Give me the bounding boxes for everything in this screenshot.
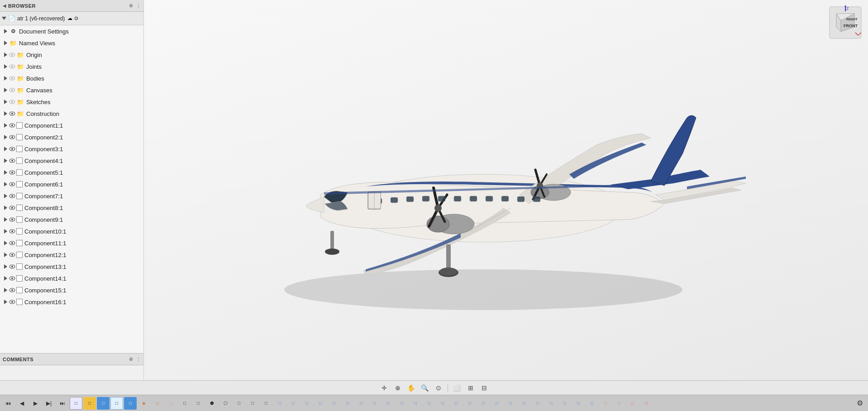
tree-item-sketches[interactable]: 📁 Sketches <box>0 96 143 108</box>
tree-item-component6[interactable]: Component6:1 <box>0 178 143 190</box>
tool-btn-15[interactable]: □ <box>260 397 272 410</box>
tool-btn-38[interactable]: □ <box>572 397 585 410</box>
tool-btn-21[interactable]: □ <box>341 397 354 410</box>
tree-item-origin[interactable]: 📁 Origin <box>0 49 143 61</box>
arrow-bodies[interactable] <box>2 75 9 82</box>
arrow-component6[interactable] <box>2 181 9 188</box>
arrow-component12[interactable] <box>2 251 9 258</box>
arrow-named-views[interactable] <box>2 39 9 47</box>
tree-item-canvases[interactable]: 📁 Canvases <box>0 84 143 96</box>
view-cube[interactable]: FRONT RIGHT Z <box>827 5 863 41</box>
arrow-canvases[interactable] <box>2 86 9 94</box>
arrow-component15[interactable] <box>2 287 9 294</box>
tree-item-construction[interactable]: 📁 Construction <box>0 108 143 119</box>
tree-item-component5[interactable]: Component5:1 <box>0 167 143 178</box>
browser-drag-handle[interactable]: ⋮ <box>136 3 141 8</box>
hand-btn[interactable]: ✋ <box>405 382 417 394</box>
tool-btn-30[interactable]: □ <box>463 397 476 410</box>
environment-btn[interactable]: ⊟ <box>478 382 490 394</box>
display-mode-btn[interactable]: ⬜ <box>451 382 463 394</box>
tool-btn-11[interactable]: ⬟ <box>205 397 218 410</box>
arrow-component5[interactable] <box>2 169 9 176</box>
tool-btn-35[interactable]: □ <box>531 397 544 410</box>
tool-btn-19[interactable]: □ <box>314 397 327 410</box>
arrow-component4[interactable] <box>2 157 9 164</box>
tool-btn-5[interactable]: □ <box>124 397 137 410</box>
tool-btn-17[interactable]: □ <box>287 397 300 410</box>
tool-btn-8[interactable]: □ <box>165 397 177 410</box>
tool-btn-13[interactable]: □ <box>233 397 245 410</box>
tool-btn-23[interactable]: □ <box>368 397 381 410</box>
tree-item-document-settings[interactable]: ⚙ Document Settings <box>0 25 143 37</box>
arrow-component11[interactable] <box>2 239 9 247</box>
tree-item-component10[interactable]: Component10:1 <box>0 225 143 237</box>
tree-item-component8[interactable]: Component8:1 <box>0 202 143 214</box>
tool-btn-32[interactable]: □ <box>491 397 503 410</box>
tool-btn-40[interactable]: □ <box>599 397 612 410</box>
tree-item-component12[interactable]: Component12:1 <box>0 249 143 261</box>
tool-btn-36[interactable]: □ <box>545 397 558 410</box>
tool-btn-27[interactable]: □ <box>423 397 435 410</box>
pan-btn[interactable]: ⊕ <box>392 382 404 394</box>
gear-settings-btn[interactable]: ⚙ <box>854 397 866 410</box>
arrow-component16[interactable] <box>2 298 9 306</box>
tool-btn-28[interactable]: □ <box>436 397 449 410</box>
nav-play-btn[interactable]: ▶ <box>29 397 42 410</box>
comments-settings-icon[interactable]: ⚙ <box>127 356 134 363</box>
tool-btn-42[interactable]: □ <box>626 397 639 410</box>
arrow-component1[interactable] <box>2 122 9 129</box>
tool-btn-2[interactable]: □ <box>83 397 96 410</box>
tool-btn-12[interactable]: ⬠ <box>219 397 232 410</box>
tool-btn-10[interactable]: □ <box>192 397 205 410</box>
viewport[interactable]: FRONT RIGHT Z <box>144 0 868 380</box>
tree-item-component1[interactable]: Component1:1 <box>0 119 143 131</box>
zoom-in-btn[interactable]: 🔍 <box>419 382 431 394</box>
tree-item-bodies[interactable]: 📁 Bodies <box>0 72 143 84</box>
tree-item-joints[interactable]: 📁 Joints <box>0 61 143 72</box>
tool-btn-20[interactable]: □ <box>328 397 340 410</box>
tree-item-component4[interactable]: Component4:1 <box>0 155 143 167</box>
tool-btn-34[interactable]: □ <box>518 397 530 410</box>
arrow-component9[interactable] <box>2 216 9 223</box>
tool-btn-9[interactable]: □ <box>178 397 191 410</box>
root-expand-arrow[interactable] <box>2 17 6 20</box>
tree-item-component7[interactable]: Component7:1 <box>0 190 143 202</box>
tool-btn-26[interactable]: □ <box>409 397 422 410</box>
collapse-arrow[interactable]: ◀ <box>3 3 6 8</box>
comments-drag-handle[interactable]: ⋮ <box>136 357 141 362</box>
tree-item-named-views[interactable]: 📁 Named Views <box>0 37 143 49</box>
tree-item-component13[interactable]: Component13:1 <box>0 261 143 272</box>
tool-btn-1[interactable]: □ <box>70 397 82 410</box>
tool-btn-43[interactable]: □ <box>640 397 653 410</box>
tool-btn-31[interactable]: □ <box>477 397 490 410</box>
tree-item-component3[interactable]: Component3:1 <box>0 143 143 155</box>
orbit-btn[interactable]: ✛ <box>378 382 390 394</box>
arrow-component13[interactable] <box>2 263 9 270</box>
tool-btn-37[interactable]: □ <box>558 397 571 410</box>
tree-item-component11[interactable]: Component11:1 <box>0 237 143 249</box>
tool-btn-18[interactable]: □ <box>300 397 313 410</box>
arrow-component14[interactable] <box>2 275 9 282</box>
tool-btn-39[interactable]: □ <box>586 397 598 410</box>
arrow-component10[interactable] <box>2 228 9 235</box>
tool-btn-33[interactable]: □ <box>504 397 517 410</box>
grid-btn[interactable]: ⊞ <box>465 382 477 394</box>
nav-prev-btn[interactable]: ◀ <box>15 397 28 410</box>
arrow-component7[interactable] <box>2 192 9 200</box>
nav-last-btn[interactable]: ⏭ <box>56 397 69 410</box>
tree-item-component9[interactable]: Component9:1 <box>0 214 143 225</box>
nav-first-btn[interactable]: ⏮ <box>2 397 14 410</box>
tree-item-component14[interactable]: Component14:1 <box>0 272 143 284</box>
arrow-component3[interactable] <box>2 145 9 153</box>
tool-btn-14[interactable]: □ <box>246 397 259 410</box>
browser-settings-icon[interactable]: ⚙ <box>127 2 134 10</box>
arrow-component2[interactable] <box>2 134 9 141</box>
tool-btn-24[interactable]: □ <box>382 397 395 410</box>
tool-btn-25[interactable]: □ <box>396 397 408 410</box>
tool-btn-4[interactable]: □ <box>110 397 123 410</box>
root-tree-item[interactable]: 📄 atr 1 (v6-recovered) ☁ ⊙ <box>0 12 143 25</box>
tree-item-component16[interactable]: Component16:1 <box>0 296 143 308</box>
tool-btn-16[interactable]: □ <box>273 397 286 410</box>
arrow-construction[interactable] <box>2 110 9 117</box>
tree-item-component2[interactable]: Component2:1 <box>0 131 143 143</box>
